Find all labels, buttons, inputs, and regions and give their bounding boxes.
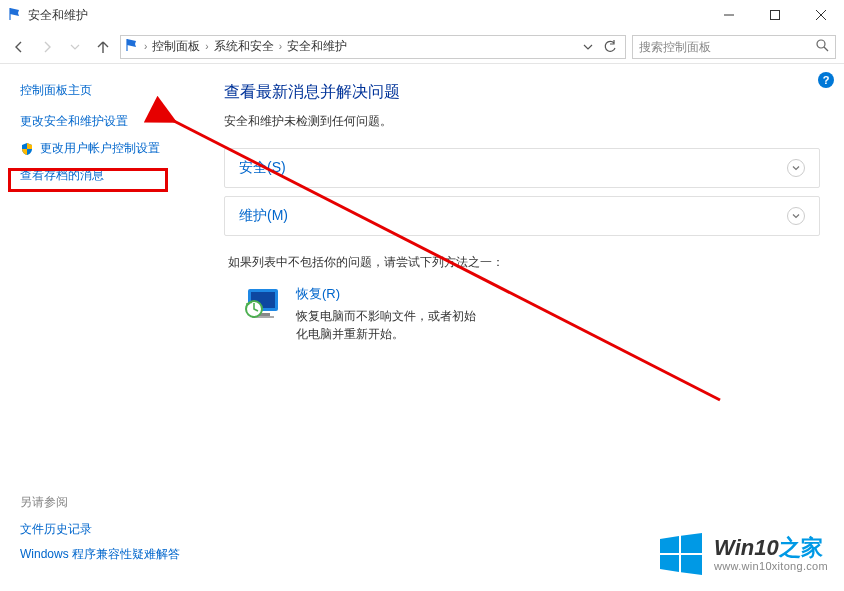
sidebar-item-change-security-settings[interactable]: 更改安全和维护设置 xyxy=(20,113,188,130)
watermark: Win10之家 www.win10xitong.com xyxy=(658,531,828,577)
minimize-button[interactable] xyxy=(706,0,752,30)
see-also-item[interactable]: Windows 程序兼容性疑难解答 xyxy=(20,546,180,563)
see-also-label: 文件历史记录 xyxy=(20,521,92,538)
recovery-icon xyxy=(242,285,282,325)
flag-icon xyxy=(8,7,22,24)
address-bar[interactable]: › 控制面板 › 系统和安全 › 安全和维护 xyxy=(120,35,626,59)
address-dropdown[interactable] xyxy=(577,36,599,58)
watermark-url: www.win10xitong.com xyxy=(714,560,828,572)
search-icon xyxy=(816,39,829,55)
svg-line-7 xyxy=(824,47,828,51)
see-also-section: 另请参阅 文件历史记录 Windows 程序兼容性疑难解答 xyxy=(20,494,180,571)
see-also-item[interactable]: 文件历史记录 xyxy=(20,521,180,538)
breadcrumb-item[interactable]: 系统和安全 xyxy=(210,36,278,58)
close-button[interactable] xyxy=(798,0,844,30)
back-button[interactable] xyxy=(8,36,30,58)
recovery-block[interactable]: 恢复(R) 恢复电脑而不影响文件，或者初始化电脑并重新开始。 xyxy=(242,285,482,343)
svg-rect-2 xyxy=(771,11,780,20)
sidebar-item-label: 更改安全和维护设置 xyxy=(20,113,128,130)
svg-line-4 xyxy=(816,10,826,20)
try-methods-text: 如果列表中不包括你的问题，请尝试下列方法之一： xyxy=(228,254,820,271)
search-box[interactable] xyxy=(632,35,836,59)
window-title: 安全和维护 xyxy=(28,7,88,24)
sidebar: 控制面板主页 更改安全和维护设置 更改用户帐户控制设置 查看存档的消息 另请参阅… xyxy=(0,64,200,591)
section-title: 维护(M) xyxy=(239,207,288,225)
search-input[interactable] xyxy=(639,40,816,54)
see-also-header: 另请参阅 xyxy=(20,494,180,511)
up-button[interactable] xyxy=(92,36,114,58)
recovery-desc: 恢复电脑而不影响文件，或者初始化电脑并重新开始。 xyxy=(296,307,482,343)
recent-dropdown[interactable] xyxy=(64,36,86,58)
recovery-title: 恢复(R) xyxy=(296,285,482,303)
title-bar: 安全和维护 xyxy=(0,0,844,30)
chevron-down-icon xyxy=(787,159,805,177)
shield-icon xyxy=(20,142,34,156)
window-buttons xyxy=(706,0,844,30)
windows-logo-icon xyxy=(658,531,704,577)
breadcrumb-item[interactable]: 控制面板 xyxy=(148,36,204,58)
forward-button[interactable] xyxy=(36,36,58,58)
main-content: 查看最新消息并解决问题 安全和维护未检测到任何问题。 安全(S) 维护(M) 如… xyxy=(200,64,844,591)
maintenance-section[interactable]: 维护(M) xyxy=(224,196,820,236)
sidebar-item-change-uac[interactable]: 更改用户帐户控制设置 xyxy=(20,140,188,157)
control-panel-home-link[interactable]: 控制面板主页 xyxy=(20,82,188,99)
page-subtitle: 安全和维护未检测到任何问题。 xyxy=(224,113,820,130)
section-title: 安全(S) xyxy=(239,159,286,177)
see-also-label: Windows 程序兼容性疑难解答 xyxy=(20,546,180,563)
flag-icon xyxy=(125,38,139,55)
annotation-highlight-box xyxy=(8,168,168,192)
svg-point-6 xyxy=(817,40,825,48)
address-bar-row: › 控制面板 › 系统和安全 › 安全和维护 xyxy=(0,30,844,64)
maximize-button[interactable] xyxy=(752,0,798,30)
refresh-button[interactable] xyxy=(599,36,621,58)
svg-line-3 xyxy=(816,10,826,20)
security-section[interactable]: 安全(S) xyxy=(224,148,820,188)
body: 控制面板主页 更改安全和维护设置 更改用户帐户控制设置 查看存档的消息 另请参阅… xyxy=(0,64,844,591)
chevron-down-icon xyxy=(787,207,805,225)
page-heading: 查看最新消息并解决问题 xyxy=(224,82,820,103)
sidebar-item-label: 更改用户帐户控制设置 xyxy=(40,140,160,157)
breadcrumb-item[interactable]: 安全和维护 xyxy=(283,36,351,58)
watermark-brand: Win10之家 xyxy=(714,536,828,560)
